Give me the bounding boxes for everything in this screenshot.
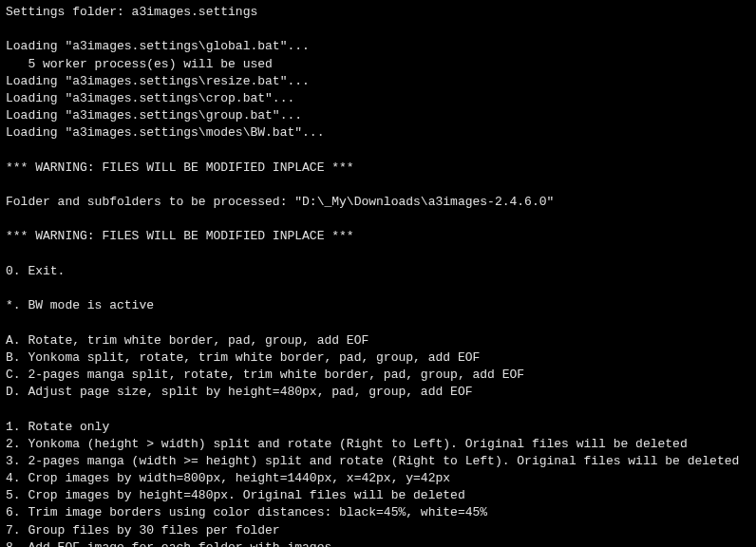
warning-line: *** WARNING: FILES WILL BE MODIFIED INPL… [6, 228, 750, 245]
blank-line [6, 401, 750, 418]
warning-line: *** WARNING: FILES WILL BE MODIFIED INPL… [6, 160, 750, 177]
menu-option-4: 4. Crop images by width=800px, height=14… [6, 470, 750, 487]
menu-option-7: 7. Group files by 30 files per folder [6, 522, 750, 539]
blank-line [6, 211, 750, 228]
menu-option-8: 8. Add EOF image for each folder with im… [6, 539, 750, 547]
blank-line [6, 314, 750, 331]
blank-line [6, 246, 750, 263]
menu-option-b: B. Yonkoma split, rotate, trim white bor… [6, 349, 750, 367]
settings-folder-line: Settings folder: a3images.settings [6, 4, 750, 21]
loading-line: Loading "a3images.settings\modes\BW.bat"… [6, 124, 750, 141]
menu-option-3: 3. 2-pages manga (width >= height) split… [6, 453, 750, 470]
menu-option-1: 1. Rotate only [6, 419, 750, 436]
loading-line: Loading "a3images.settings\group.bat"... [6, 107, 750, 124]
blank-line [6, 142, 750, 160]
menu-option-2: 2. Yonkoma (height > width) split and ro… [6, 436, 750, 453]
blank-line [6, 177, 750, 194]
worker-processes-line: 5 worker process(es) will be used [6, 56, 750, 73]
menu-option-6: 6. Trim image borders using color distan… [6, 504, 750, 521]
menu-mode: *. BW mode is active [6, 297, 750, 314]
folder-line: Folder and subfolders to be processed: "… [6, 194, 750, 211]
menu-option-d: D. Adjust page size, split by height=480… [6, 384, 750, 401]
blank-line [6, 21, 750, 38]
loading-line: Loading "a3images.settings\global.bat"..… [6, 38, 750, 55]
menu-option-a: A. Rotate, trim white border, pad, group… [6, 332, 750, 349]
loading-line: Loading "a3images.settings\crop.bat"... [6, 90, 750, 107]
menu-exit: 0. Exit. [6, 263, 750, 280]
menu-option-c: C. 2-pages manga split, rotate, trim whi… [6, 367, 750, 384]
loading-line: Loading "a3images.settings\resize.bat"..… [6, 73, 750, 90]
blank-line [6, 280, 750, 297]
menu-option-5: 5. Crop images by height=480px. Original… [6, 487, 750, 504]
